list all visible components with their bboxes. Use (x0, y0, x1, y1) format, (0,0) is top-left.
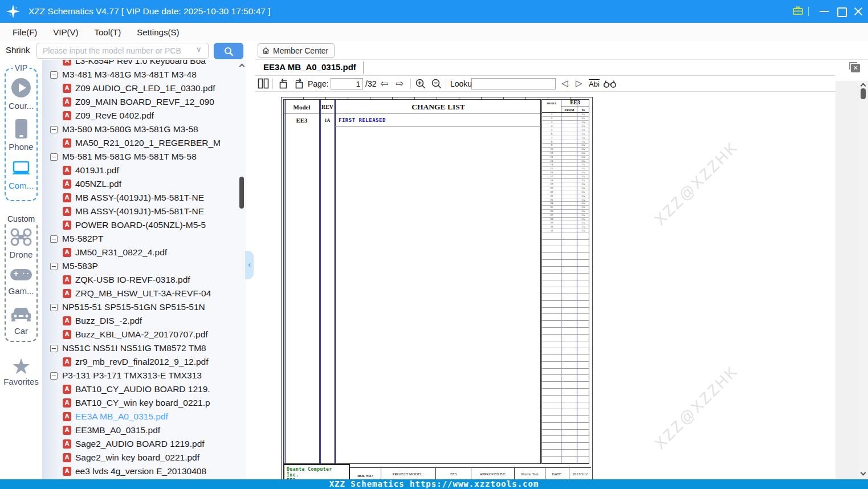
tree-item-label: JM50_R31_0822_4.pdf (75, 247, 167, 258)
revision-cell: 26 (542, 210, 561, 213)
tree-file-row[interactable]: MA50_R21_0120_1_REGERBER_M (42, 136, 246, 150)
menu-vipv[interactable]: VIP(V) (50, 26, 81, 38)
menu-settingss[interactable]: Settings(S) (133, 26, 182, 38)
scroll-up-icon[interactable] (861, 83, 866, 89)
sidebar-item-course[interactable]: Cour... (6, 78, 36, 111)
model-value: EE3 (284, 117, 320, 124)
scroll-up-icon[interactable] (239, 64, 245, 70)
collapse-icon[interactable] (50, 372, 58, 380)
search-button[interactable] (214, 43, 243, 59)
viewer-scrollbar[interactable] (858, 81, 868, 479)
tree-file-row[interactable]: ZRQ_MB_HSW_ULT-3A-REVF-04 (42, 287, 246, 300)
revision-cell (561, 416, 577, 422)
maximize-button[interactable] (833, 0, 850, 23)
tree-file-row[interactable]: MB ASSY-(4019J1)-M5-581T-NE (42, 191, 246, 205)
tree-file-row[interactable]: 4019J1.pdf (42, 164, 246, 177)
viewer-scrollbar-thumb[interactable] (861, 88, 866, 99)
revision-row: 51A (542, 128, 589, 132)
revision-cell (542, 294, 561, 300)
tree-file-row[interactable]: Buzz_KBL_UMA-2_20170707.pdf (42, 328, 246, 341)
sidebar-item-computer[interactable]: Com... (6, 160, 36, 190)
collapse-icon[interactable] (50, 345, 58, 352)
tree-file-row[interactable]: Z09 AUDIO_CR_LED_1E_0330.pdf (42, 82, 246, 95)
sidebar-item-drone[interactable]: Drone (6, 228, 36, 259)
collapse-panel-handle[interactable]: ‹ (245, 251, 254, 279)
revision-cell (542, 423, 561, 429)
chevron-down-icon[interactable]: ∨ (196, 45, 202, 54)
find-previous-icon[interactable]: ◁ (561, 78, 568, 88)
tree-file-row[interactable]: ee3 lvds 4g_version E_20130408 (42, 464, 246, 478)
binoculars-icon[interactable] (603, 80, 617, 91)
shrink-button[interactable]: Shrink (5, 44, 31, 56)
revision-row: 271A (542, 214, 589, 218)
vip-briefcase-icon[interactable] (792, 5, 804, 19)
tree-file-row[interactable]: Sage2_win key board_0221.pdf (42, 451, 246, 464)
tree-item-label: Buzz_KBL_UMA-2_20170707.pdf (75, 329, 208, 340)
tree-file-row[interactable]: Buzz_DIS_-2.pdf (42, 314, 246, 328)
revision-cell (577, 436, 589, 442)
document-tab[interactable]: EE3A MB_A0_0315.pdf (263, 62, 356, 72)
minimize-button[interactable] (816, 0, 833, 23)
tree-file-row[interactable]: EE3A MB_A0_0315.pdf (42, 410, 246, 423)
tree-file-row[interactable]: EE3MB_A0_0315.pdf (42, 423, 246, 437)
rotate-left-icon[interactable] (277, 78, 290, 92)
tree-file-row[interactable]: Z09_RevE 0402.pdf (42, 109, 246, 123)
menu-filef[interactable]: File(F) (9, 26, 40, 38)
find-next-icon[interactable]: ▷ (576, 78, 582, 88)
tree-file-row[interactable]: BAT10_CY_AUDIO BOARD 1219. (42, 382, 246, 396)
tree-group-row[interactable]: M5-582PT (42, 232, 246, 246)
tree-group-row[interactable]: NS51C NS51I NS51IG TM8572 TM8 (42, 341, 246, 355)
tree-file-row[interactable]: zr9_mb_revD_final2012_9_12.pdf (42, 355, 246, 369)
sidebar-item-phone[interactable]: Phone (6, 119, 36, 152)
previous-page-icon[interactable]: ⇦ (380, 78, 388, 89)
tree-group-row[interactable]: P3-131 P3-171 TMX313-E TMX313 (42, 369, 246, 382)
menu-toolt[interactable]: Tool(T) (91, 26, 125, 38)
tree-file-row[interactable]: 405NZL.pdf (42, 177, 246, 191)
tree-scrollbar-thumb[interactable] (239, 177, 244, 209)
tree-file-row[interactable]: Sage2_AUDIO BOARD 1219.pdf (42, 437, 246, 451)
collapse-icon[interactable] (50, 235, 58, 243)
match-case-toggle[interactable]: Abi (589, 79, 600, 88)
revision-cell (577, 280, 589, 287)
two-page-view-icon[interactable] (258, 78, 269, 91)
zoom-in-icon[interactable] (415, 78, 426, 92)
tree-file-row[interactable]: Z09_MAIN BOARD_REVF_12_090 (42, 95, 246, 109)
revision-row: 221A (542, 194, 589, 198)
tree-file-row[interactable]: JM50_R31_0822_4.pdf (42, 246, 246, 259)
zoom-out-icon[interactable] (431, 78, 442, 92)
revision-row (542, 402, 589, 409)
sidebar-item-favorites[interactable]: ★ Favorites (1, 356, 41, 386)
tree-group-row[interactable]: M5-581 M5-581G M5-581T M5-58 (42, 150, 246, 164)
revision-cell (542, 375, 561, 381)
collapse-icon[interactable] (50, 263, 58, 270)
tree-group-row[interactable]: M5-583P (42, 259, 246, 273)
close-document-icon[interactable]: ✕ (849, 62, 861, 73)
pdf-canvas[interactable]: XZZ@XZZHK XZZ@XZZHK XZZ@XZZHK XZZ@XZZHK … (255, 92, 836, 479)
tree-group-row[interactable]: M3-481 M3-481G M3-481T M3-48 (42, 68, 246, 82)
member-center-button[interactable]: Member Center (258, 43, 335, 58)
revision-cell: 1A (577, 121, 589, 124)
model-search-input[interactable] (36, 43, 209, 59)
collapse-icon[interactable] (50, 304, 58, 311)
collapse-icon[interactable] (50, 126, 58, 133)
collapse-icon[interactable] (50, 153, 58, 161)
tree-group-row[interactable]: M3-580 M3-580G M3-581G M3-58 (42, 123, 246, 136)
tree-file-row[interactable]: L3-K854P Rev 1.0 Keyboard Boa (42, 60, 246, 68)
rotate-right-icon[interactable] (293, 78, 305, 92)
page-number-input[interactable] (331, 78, 363, 89)
tree-scrollbar[interactable] (239, 60, 245, 480)
tree-file-row[interactable]: BAT10_CY_win key board_0221.p (42, 396, 246, 410)
next-page-icon[interactable]: ⇨ (396, 78, 404, 89)
tree-file-row[interactable]: POWER BOARD-(405NZL)-M5-5 (42, 218, 246, 232)
sidebar-item-car[interactable]: Car (6, 305, 36, 336)
tree-file-row[interactable]: MB ASSY-(4019J1)-M5-581T-NE (42, 205, 246, 218)
sidebar-item-game[interactable]: Gam... (6, 269, 36, 296)
collapse-icon[interactable] (50, 71, 58, 79)
scroll-down-icon[interactable] (861, 470, 866, 476)
revision-cell (577, 253, 589, 259)
tree-file-row[interactable]: ZQK-USB IO-REVF-0318.pdf (42, 273, 246, 287)
tree-group-row[interactable]: NP515-51 SP515-51GN SP515-51N (42, 300, 246, 314)
lookup-input[interactable] (471, 78, 556, 89)
close-button[interactable] (850, 0, 867, 23)
revision-row: 151A (542, 167, 589, 171)
